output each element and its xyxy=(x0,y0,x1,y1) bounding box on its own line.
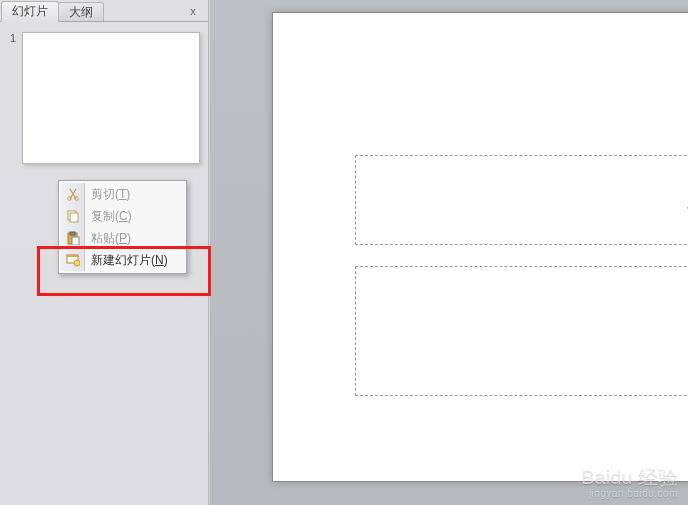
scissors-icon xyxy=(65,186,81,202)
slide-thumbnail-row: 1 xyxy=(4,32,208,164)
menu-label: 复制(C) xyxy=(91,208,132,225)
subtitle-placeholder[interactable]: 单 xyxy=(355,266,688,396)
tab-label: 幻灯片 xyxy=(12,4,48,18)
menu-label: 剪切(T) xyxy=(91,186,130,203)
menu-item-cut: 剪切(T) xyxy=(61,183,184,205)
slide-editing-area: 单击 单 xyxy=(210,0,688,505)
close-icon: x xyxy=(190,5,196,17)
slide-thumbnail[interactable] xyxy=(22,32,200,164)
close-panel-button[interactable]: x xyxy=(186,4,200,18)
title-placeholder[interactable]: 单击 xyxy=(355,155,688,245)
new-slide-icon xyxy=(65,252,81,268)
panel-tab-bar: 幻灯片 大纲 x xyxy=(0,0,208,22)
menu-label: 新建幻灯片(N) xyxy=(91,252,168,269)
svg-rect-6 xyxy=(72,237,79,245)
svg-rect-5 xyxy=(70,232,75,235)
tab-slides[interactable]: 幻灯片 xyxy=(1,1,59,22)
tab-label: 大纲 xyxy=(69,5,93,19)
tab-outline[interactable]: 大纲 xyxy=(58,2,104,21)
slide-thumbnails: 1 xyxy=(0,22,208,164)
paste-icon xyxy=(65,230,81,246)
menu-label: 粘贴(P) xyxy=(91,230,131,247)
svg-rect-8 xyxy=(67,255,78,257)
menu-item-new-slide[interactable]: 新建幻灯片(N) xyxy=(61,249,184,271)
menu-item-copy: 复制(C) xyxy=(61,205,184,227)
copy-icon xyxy=(65,208,81,224)
slide-number: 1 xyxy=(4,32,16,44)
svg-rect-3 xyxy=(70,213,78,222)
menu-item-paste: 粘贴(P) xyxy=(61,227,184,249)
slide-canvas[interactable]: 单击 单 xyxy=(272,12,688,482)
context-menu: 剪切(T) 复制(C) 粘贴(P) 新建幻灯片(N) xyxy=(58,180,187,274)
svg-point-9 xyxy=(74,260,80,266)
